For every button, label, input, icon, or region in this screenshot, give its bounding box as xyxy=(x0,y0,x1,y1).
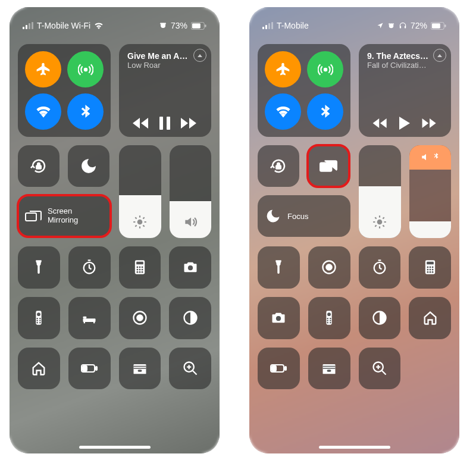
volume-headphone-icon xyxy=(421,153,431,161)
svg-point-58 xyxy=(427,271,428,273)
media-artist: Fall of Civilizati… xyxy=(367,61,443,70)
bluetooth-button[interactable] xyxy=(67,93,104,130)
screen-mirroring-button[interactable]: Screen Mirroring xyxy=(18,195,111,237)
rewind-icon[interactable] xyxy=(372,118,388,128)
home-indicator[interactable] xyxy=(79,446,151,449)
calculator-button[interactable] xyxy=(409,246,451,289)
alarm-icon xyxy=(159,21,167,30)
svg-point-63 xyxy=(327,312,331,316)
flashlight-button[interactable] xyxy=(258,246,300,289)
dark-mode-button[interactable] xyxy=(359,297,401,339)
svg-point-14 xyxy=(136,269,138,271)
rewind-icon[interactable] xyxy=(133,118,149,129)
airplay-icon[interactable] xyxy=(433,49,446,62)
wifi-icon xyxy=(94,22,104,29)
bluetooth-small-icon xyxy=(433,153,439,161)
svg-point-26 xyxy=(40,320,41,321)
forward-icon[interactable] xyxy=(181,118,198,129)
magnifier-button[interactable] xyxy=(169,348,211,390)
calculator-button[interactable] xyxy=(119,246,161,289)
now-playing-tile[interactable]: Give Me an A… Low Roar xyxy=(119,44,211,137)
svg-rect-36 xyxy=(96,367,97,370)
sleep-button[interactable] xyxy=(68,297,111,339)
orientation-lock-button[interactable] xyxy=(18,145,60,187)
low-power-button[interactable] xyxy=(258,348,300,390)
svg-point-20 xyxy=(188,265,193,270)
svg-point-44 xyxy=(324,68,327,71)
apple-tv-remote-button[interactable] xyxy=(308,297,350,339)
svg-point-69 xyxy=(330,322,331,323)
now-playing-tile[interactable]: 9. The Aztecs… Fall of Civilizati… xyxy=(359,44,451,137)
low-power-button[interactable] xyxy=(68,348,111,390)
camera-button[interactable] xyxy=(258,297,300,339)
home-indicator[interactable] xyxy=(319,446,390,449)
screen-mirroring-icon xyxy=(25,208,42,224)
pause-icon[interactable] xyxy=(159,117,170,130)
svg-rect-30 xyxy=(83,317,87,319)
volume-slider[interactable] xyxy=(170,145,212,238)
airplane-mode-button[interactable] xyxy=(265,51,301,87)
brightness-icon xyxy=(132,214,148,230)
svg-point-54 xyxy=(431,267,433,268)
svg-point-17 xyxy=(136,271,138,273)
airplane-mode-button[interactable] xyxy=(25,51,61,87)
flashlight-button[interactable] xyxy=(18,246,60,289)
svg-point-68 xyxy=(327,322,328,323)
magnifier-button[interactable] xyxy=(359,348,401,390)
headphones-icon xyxy=(399,21,407,30)
timer-button[interactable] xyxy=(68,246,111,289)
screen-mirroring-button[interactable] xyxy=(308,145,349,187)
camera-button[interactable] xyxy=(169,246,211,289)
battery-pct: 72% xyxy=(411,21,427,30)
connectivity-group[interactable] xyxy=(258,44,350,137)
wifi-button[interactable] xyxy=(265,93,301,130)
cellular-data-button[interactable] xyxy=(307,51,343,87)
wallet-button[interactable] xyxy=(308,348,350,390)
svg-rect-2 xyxy=(205,24,206,27)
home-button[interactable] xyxy=(409,297,451,339)
svg-point-56 xyxy=(429,269,431,271)
dark-mode-button[interactable] xyxy=(169,297,211,339)
svg-point-13 xyxy=(142,267,143,268)
svg-rect-6 xyxy=(26,213,36,221)
forward-icon[interactable] xyxy=(422,118,437,128)
svg-point-52 xyxy=(427,267,428,268)
moon-icon xyxy=(265,208,281,224)
svg-rect-51 xyxy=(427,262,434,265)
focus-label: Focus xyxy=(287,212,308,221)
wallet-button[interactable] xyxy=(119,348,161,390)
cellular-data-button[interactable] xyxy=(67,51,104,87)
cellular-signal-icon xyxy=(23,22,33,29)
svg-point-67 xyxy=(330,320,331,321)
screen-recording-button[interactable] xyxy=(119,297,161,339)
connectivity-group[interactable] xyxy=(18,44,111,137)
apple-tv-remote-button[interactable] xyxy=(18,297,60,339)
svg-point-65 xyxy=(330,318,331,319)
svg-rect-40 xyxy=(405,26,406,29)
screen-recording-button[interactable] xyxy=(308,246,350,289)
ios-control-center-left: T-Mobile Wi-Fi 73% Give Me an A… Low Roa… xyxy=(10,7,220,453)
svg-rect-43 xyxy=(444,24,446,27)
play-icon[interactable] xyxy=(399,117,411,130)
svg-point-22 xyxy=(37,312,40,316)
brightness-slider[interactable] xyxy=(119,145,161,238)
orientation-lock-button[interactable] xyxy=(258,145,299,187)
home-button[interactable] xyxy=(18,348,60,390)
battery-icon xyxy=(431,22,446,30)
do-not-disturb-button[interactable] xyxy=(68,145,109,187)
svg-point-48 xyxy=(326,265,331,270)
svg-point-12 xyxy=(139,267,140,268)
volume-slider[interactable] xyxy=(409,145,452,238)
svg-point-46 xyxy=(377,220,383,225)
svg-rect-72 xyxy=(272,366,276,371)
wifi-button[interactable] xyxy=(25,93,61,130)
svg-point-32 xyxy=(137,315,142,320)
svg-point-53 xyxy=(429,267,431,268)
cellular-signal-icon xyxy=(262,22,273,29)
svg-rect-42 xyxy=(432,23,440,28)
focus-button[interactable]: Focus xyxy=(258,195,350,237)
airplay-icon[interactable] xyxy=(193,49,206,62)
brightness-slider[interactable] xyxy=(359,145,401,238)
timer-button[interactable] xyxy=(359,246,401,289)
bluetooth-button[interactable] xyxy=(307,93,343,130)
